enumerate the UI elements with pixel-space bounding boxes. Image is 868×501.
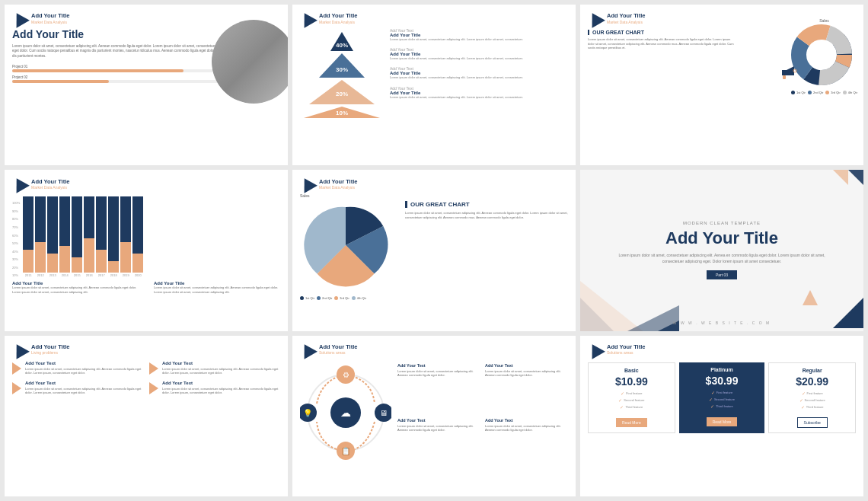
- bar-salmon-2020: [132, 254, 143, 273]
- slide5-legend-3: 3rd Qtr: [334, 296, 349, 300]
- legend-label-1: 1st Qtr: [796, 91, 806, 94]
- slide2-header-triangle-icon: [298, 9, 318, 28]
- feature-row-basic-1: ✓ First feature: [593, 391, 670, 396]
- slide7-item-title-1: Add Your Text: [25, 361, 143, 365]
- plan-price-basic: $10.99: [593, 375, 670, 388]
- slide7-item-body-1: Lorem ipsum dolor sit amet, consectetuer…: [25, 367, 143, 375]
- slide9-header: Add Your Title Solutions areas: [588, 343, 856, 356]
- plan-name-platinum: Platinum: [684, 367, 761, 372]
- slide-7: Add Your Title Living problems Add Your …: [5, 336, 288, 496]
- y-label-30: 30%: [12, 257, 20, 261]
- slide1-circle-image: [212, 20, 288, 104]
- slide-4: Add Your Title Market Data Analysis 100%…: [5, 170, 288, 330]
- slide8-header-title: Add Your Title: [319, 344, 357, 350]
- slide5-pie-side: Sales 1st Qtr 2nd Qtr 3rd Qtr 4th Qtr: [300, 193, 399, 300]
- slide-1: Add Your Title Market Data Analysis Add …: [5, 5, 288, 165]
- slide5-header-triangle-icon: [298, 174, 318, 193]
- plan-price-regular: $20.99: [774, 375, 850, 388]
- slide7-items-grid: Add Your Text Lorem ipsum dolor sit amet…: [12, 361, 280, 395]
- bar-salmon-2016: [84, 238, 94, 273]
- svg-text:20%: 20%: [336, 91, 348, 97]
- slide4-header: Add Your Title Market Data Analysis: [12, 177, 280, 190]
- y-label-40: 40%: [12, 250, 20, 254]
- slide5-text-side: OUR GREAT CHART Lorem ipsum dolor sit am…: [405, 193, 568, 300]
- slide4-bar-chart: 100% 90% 80% 70% 60% 50% 40% 30% 20% 10%…: [12, 193, 280, 277]
- slide7-item-1: Add Your Text Lorem ipsum dolor sit amet…: [12, 361, 143, 375]
- slide4-sub-body-2: Lorem ipsum dolor sit amet, consectetuer…: [154, 286, 280, 294]
- bar-salmon-2013: [47, 254, 58, 273]
- slide2-text-item-3: Add Your Text Add Your Title Lorem ipsum…: [390, 66, 568, 79]
- bar-label-2013: 2013: [49, 273, 56, 277]
- bar-label-2011: 2011: [25, 273, 32, 277]
- slide8-layout: ☁ ⚙ 🖥 📋 💡 A: [300, 359, 568, 469]
- slide3-chart-body: Lorem ipsum dolor sit amet, consectetuer…: [588, 37, 736, 50]
- cta-platinum[interactable]: Read More: [707, 417, 738, 426]
- slide7-item-3: Add Your Text Lorem ipsum dolor sit amet…: [12, 381, 143, 394]
- slide8-header: Add Your Title Solutions areas: [300, 343, 568, 356]
- slide9-header-sub: Solutions areas: [607, 350, 645, 355]
- svg-text:💡: 💡: [303, 408, 313, 418]
- svg-marker-25: [803, 290, 818, 305]
- slide5-chart-title: Sales: [300, 193, 399, 198]
- right-triangle-svg: [825, 290, 863, 328]
- legend-item-3: 3rd Qtr: [825, 91, 840, 94]
- svg-marker-19: [825, 170, 848, 185]
- cta-basic[interactable]: Read More: [616, 418, 647, 427]
- bar-label-2012: 2012: [37, 273, 44, 277]
- y-label-70: 70%: [12, 225, 20, 229]
- slide4-sub-section: Add Your Title Lorem ipsum dolor sit ame…: [12, 281, 280, 294]
- svg-rect-15: [783, 75, 786, 79]
- bar-navy-2011: [23, 196, 34, 250]
- slide5-layout: Sales 1st Qtr 2nd Qtr 3rd Qtr 4th Qtr: [300, 193, 568, 300]
- svg-text:⚙: ⚙: [343, 371, 349, 379]
- slide4-sub-1: Add Your Title Lorem ipsum dolor sit ame…: [12, 281, 139, 294]
- slide7-item-body-2: Lorem ipsum dolor sit amet, consectetuer…: [162, 367, 280, 375]
- feature-basic-2: Second feature: [624, 398, 644, 402]
- slide-8: Add Your Title Solutions areas ☁ ⚙ 🖥: [292, 336, 576, 496]
- feature-row-plat-3: ✓ Third feature: [684, 404, 761, 409]
- feature-row-plat-2: ✓ Second feature: [684, 397, 761, 402]
- y-label-80: 80%: [12, 217, 20, 221]
- bar-label-2018: 2018: [110, 273, 117, 277]
- bar-label-2014: 2014: [62, 273, 69, 277]
- bar-salmon-2011: [23, 250, 34, 273]
- slide7-header-sub: Living problems: [31, 350, 69, 355]
- bar-salmon-2017: [96, 250, 107, 273]
- slide-9: Add Your Title Solutions areas Basic $10…: [580, 336, 863, 496]
- y-label-20: 20%: [12, 266, 20, 270]
- bar-navy-2017: [96, 196, 107, 250]
- pyramid-svg: 40% 30% 20% 10%: [300, 28, 384, 120]
- slide5-legend-label-3: 3rd Qtr: [340, 296, 349, 300]
- svg-text:10%: 10%: [336, 110, 348, 116]
- y-label-60: 60%: [12, 234, 20, 238]
- legend-item-2: 2nd Qtr: [808, 91, 823, 94]
- slide6-part-badge: Part 03: [707, 270, 737, 279]
- check-icon-plat-3: ✓: [710, 404, 714, 409]
- slide2-text-body-2: Lorem ipsum dolor sit amet, consectetuer…: [390, 56, 568, 60]
- cycle-diagram-svg: ☁ ⚙ 🖥 📋 💡: [300, 359, 391, 466]
- bar-group-2015: 2015: [72, 196, 82, 277]
- feature-plat-2: Second feature: [714, 397, 735, 401]
- svg-text:☁: ☁: [340, 407, 351, 419]
- legend-label-4: 4th Qtr: [848, 91, 857, 94]
- slide7-item-body-3: Lorem ipsum dolor sit amet, consectetuer…: [25, 387, 143, 394]
- slide5-chart-heading: OUR GREAT CHART: [405, 201, 568, 208]
- svg-marker-21: [580, 275, 649, 331]
- megaphone-icon: [777, 62, 799, 83]
- bar-label-2019: 2019: [123, 273, 129, 277]
- bar-label-2020: 2020: [135, 273, 142, 277]
- slide2-text-item-2: Add Your Text Add Your Title Lorem ipsum…: [390, 47, 568, 60]
- slide8-text-grid: Add Your Text Lorem ipsum dolor sit amet…: [397, 359, 568, 469]
- slide1-header-sub: Market Data Analysis: [31, 20, 69, 24]
- svg-text:🖥: 🖥: [380, 409, 388, 417]
- check-icon-reg-1: ✓: [802, 391, 806, 396]
- slide7-item-body-4: Lorem ipsum dolor sit amet, consectetuer…: [162, 387, 280, 394]
- slide7-header-title: Add Your Title: [31, 344, 69, 350]
- slide5-legend-2: 2nd Qtr: [317, 296, 332, 300]
- slide8-text-body-2: Lorem ipsum dolor sit amet, consectetuer…: [485, 369, 568, 377]
- plan-name-basic: Basic: [593, 368, 670, 373]
- cta-regular[interactable]: Subscribe: [797, 417, 828, 428]
- progress-bar-bg-2: [12, 80, 227, 83]
- slide3-header-title: Add Your Title: [607, 13, 645, 19]
- slide-3: Add Your Title Market Data Analysis Sale…: [580, 5, 863, 165]
